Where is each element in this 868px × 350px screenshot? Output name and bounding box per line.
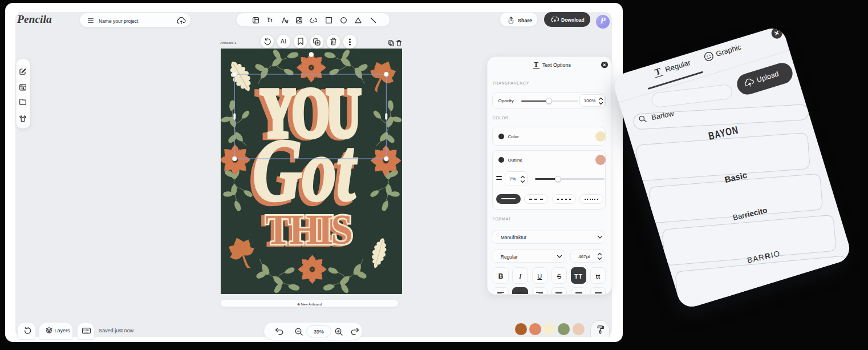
svg-text:Got: Got — [253, 120, 358, 219]
svg-text:THIS: THIS — [265, 207, 351, 253]
